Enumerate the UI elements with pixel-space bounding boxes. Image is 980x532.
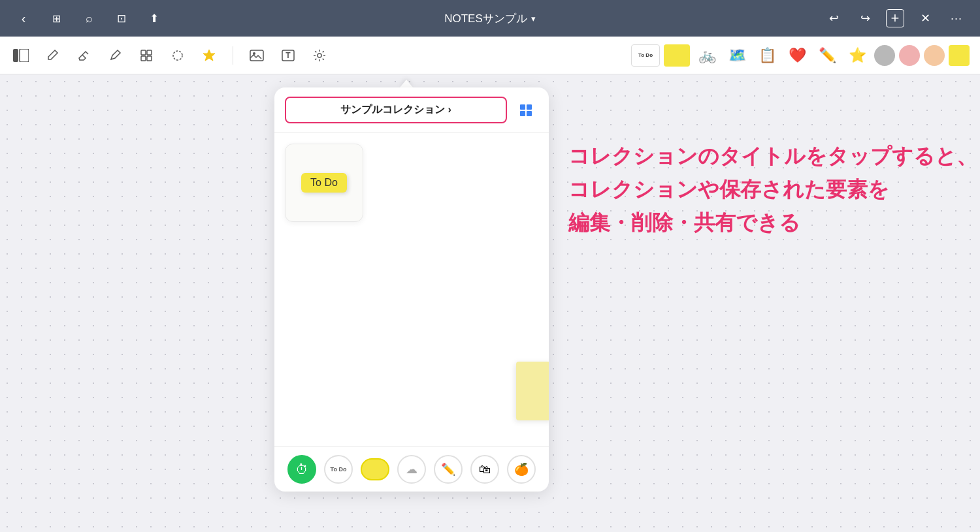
collection-footer: ⏱ To Do ☁ ✏️ 🛍 🍊 — [274, 446, 549, 492]
extra-filter-button[interactable]: 🍊 — [507, 455, 536, 484]
lasso-tool[interactable] — [167, 45, 188, 66]
svg-rect-2 — [141, 50, 146, 55]
pen-filter-button[interactable]: ✏️ — [434, 455, 463, 484]
map-sticker[interactable]: 🗺️ — [724, 42, 750, 69]
svg-point-12 — [318, 54, 321, 57]
svg-text:T: T — [286, 51, 291, 60]
toolbar-separator-1 — [233, 46, 233, 65]
collection-panel: サンプルコレクション › To Do — [274, 87, 549, 492]
todo-note-card[interactable]: To Do — [285, 144, 363, 222]
collection-header: サンプルコレクション › — [274, 87, 549, 133]
drawing-toolbar: T To Do 🚲 🗺️ 📋 ❤️ ✏️ ⭐ — [0, 37, 980, 74]
sticker-toolbar: To Do 🚲 🗺️ 📋 ❤️ ✏️ ⭐ — [631, 42, 970, 69]
marker-tool[interactable] — [105, 45, 125, 66]
bookmark-button[interactable]: ⊡ — [111, 8, 132, 29]
svg-rect-4 — [141, 56, 146, 61]
grid-view-button[interactable]: ⊞ — [46, 8, 67, 29]
grid-cell-4 — [527, 111, 532, 116]
collection-title-text: サンプルコレクション › — [340, 103, 451, 117]
main-canvas: サンプルコレクション › To Do — [0, 74, 980, 532]
nav-right-controls: ↩ ↪ + ✕ ··· — [823, 8, 967, 29]
grid-cell-3 — [520, 111, 525, 116]
image-tool[interactable] — [246, 45, 267, 66]
annotation-text: コレクションのタイトルをタップすると、 コレクションや保存された要素を 編集・削… — [568, 140, 977, 240]
eraser-tool[interactable] — [73, 45, 94, 66]
share-button[interactable]: ⬆ — [144, 8, 165, 29]
svg-marker-7 — [203, 50, 215, 61]
todo-label: To Do — [310, 177, 338, 188]
collection-content: To Do — [274, 133, 549, 446]
grid-cell-1 — [520, 104, 525, 110]
redo-button[interactable]: ↪ — [855, 8, 875, 29]
annotation-line-3: 編集・削除・共有できる — [568, 206, 977, 240]
svg-rect-3 — [147, 50, 152, 55]
top-navigation-bar: ‹ ⊞ ⌕ ⊡ ⬆ NOTESサンプル ▾ ↩ ↪ + ✕ ··· — [0, 0, 980, 37]
app-title-text: NOTESサンプル — [444, 11, 527, 26]
toolbar-tools: T — [10, 45, 626, 66]
todo-sticker[interactable]: To Do — [631, 44, 660, 67]
search-button[interactable]: ⌕ — [78, 8, 99, 29]
notebook-sticker[interactable]: 📋 — [754, 42, 780, 69]
collection-title-button[interactable]: サンプルコレクション › — [285, 97, 507, 123]
todo-filter-label: To Do — [331, 466, 347, 473]
stamp-tool[interactable] — [199, 45, 220, 66]
nav-left-controls: ‹ ⊞ ⌕ ⊡ ⬆ — [13, 8, 165, 29]
panel-toggle-button[interactable] — [10, 45, 31, 66]
star-sticker[interactable]: ⭐ — [844, 42, 870, 69]
svg-rect-5 — [147, 56, 152, 61]
peach-swatch[interactable] — [924, 45, 945, 66]
clock-filter-button[interactable]: ⏱ — [287, 455, 316, 484]
collection-grid-button[interactable] — [514, 98, 538, 123]
annotation-line-1: コレクションのタイトルをタップすると、 — [568, 140, 977, 173]
yellow-swatch[interactable] — [949, 45, 970, 66]
annotation-line-2: コレクションや保存された要素を — [568, 173, 977, 206]
svg-rect-0 — [13, 49, 18, 62]
more-button[interactable]: ··· — [946, 8, 967, 29]
text-tool[interactable]: T — [278, 45, 299, 66]
heart-sticker[interactable]: ❤️ — [784, 42, 810, 69]
svg-rect-1 — [20, 49, 29, 62]
undo-button[interactable]: ↩ — [823, 8, 844, 29]
yellow-sticker[interactable] — [664, 44, 690, 67]
grid-cell-2 — [527, 104, 532, 110]
cloud-filter-button[interactable]: ☁ — [397, 455, 426, 484]
add-button[interactable]: + — [886, 9, 904, 27]
title-chevron: ▾ — [531, 14, 536, 23]
back-button[interactable]: ‹ — [13, 8, 34, 29]
yellow-filter-button[interactable] — [361, 458, 389, 480]
pink-swatch[interactable] — [899, 45, 920, 66]
settings-tool[interactable] — [309, 45, 330, 66]
todo-sticky-note: To Do — [301, 173, 347, 193]
svg-point-6 — [173, 51, 182, 60]
close-button[interactable]: ✕ — [915, 8, 936, 29]
app-title[interactable]: NOTESサンプル ▾ — [444, 11, 536, 26]
bicycle-sticker[interactable]: 🚲 — [694, 42, 720, 69]
pencil-tool[interactable] — [42, 45, 63, 66]
bag-filter-button[interactable]: 🛍 — [470, 455, 499, 484]
gray-swatch[interactable] — [874, 45, 895, 66]
tooltip-caret — [400, 80, 413, 87]
yellow-note-partial — [516, 362, 549, 420]
grid-view-icon — [520, 104, 532, 116]
pen-sticker[interactable]: ✏️ — [814, 42, 840, 69]
todo-filter-button[interactable]: To Do — [324, 455, 353, 484]
shapes-tool[interactable] — [136, 45, 157, 66]
